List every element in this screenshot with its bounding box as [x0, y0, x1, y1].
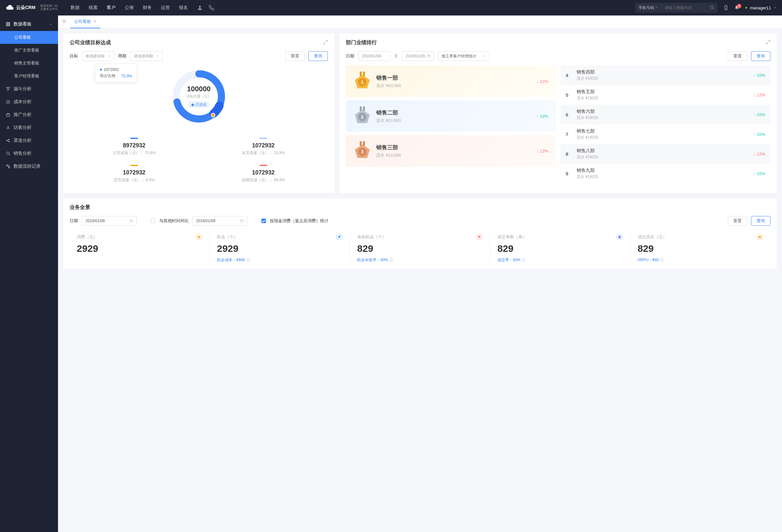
nav-item-6[interactable]: 报名 [179, 5, 188, 11]
query-button[interactable]: 查询 [309, 51, 328, 61]
sidebar-item-sales[interactable]: 销售分析 [0, 147, 58, 160]
search-input[interactable] [662, 5, 707, 10]
main-content: 公司看板 ✕ 公司业绩目标达成 目标 请选择目标 周期 请选择周期 [58, 15, 782, 532]
date-to-input[interactable]: 2018/01/08 [402, 51, 434, 61]
reset-button[interactable]: 重置 [285, 51, 305, 61]
sidebar-item-visitor[interactable]: 访客分析 [0, 121, 58, 134]
medal-3-icon: 3 [354, 142, 371, 159]
query-button[interactable]: 查询 [751, 51, 771, 61]
query-button[interactable]: 查询 [751, 216, 771, 226]
phone-icon[interactable] [209, 5, 214, 11]
search-type-select[interactable]: 手机号码 [635, 5, 662, 11]
target-card: 公司业绩目标达成 目标 请选择目标 周期 请选择周期 重置 查询 [63, 34, 334, 193]
sidebar-item-cost[interactable]: 成本分析 [0, 96, 58, 108]
sidebar-item-promo[interactable]: 推广分析 [0, 108, 58, 121]
card-title: 业务全景 [70, 204, 771, 211]
svg-point-11 [6, 140, 7, 141]
stat-1: 1072932未完成量（元）20.9% [199, 133, 328, 160]
calendar-icon [427, 54, 431, 58]
achieved-badge: 已达成 [188, 101, 210, 108]
chevron-down-icon [108, 55, 111, 58]
user-menu[interactable]: manager11 [745, 5, 776, 10]
nav-item-5[interactable]: 运营 [161, 5, 170, 11]
svg-text:1: 1 [361, 80, 364, 85]
chart-tooltip: 1072932 所占比例：70.9% [96, 64, 137, 82]
reset-button[interactable]: 重置 [728, 216, 747, 226]
sidebar-board-item-3[interactable]: 客户经理看板 [0, 70, 58, 82]
nav-item-1[interactable]: 线索 [88, 5, 98, 11]
dashboard-icon [6, 22, 10, 27]
svg-rect-7 [8, 25, 10, 26]
svg-rect-32 [363, 106, 365, 111]
date-input[interactable]: 2018/01/08 [82, 216, 137, 226]
help-icon[interactable]: ⓘ [246, 257, 250, 263]
target-select[interactable]: 请选择目标 [82, 51, 114, 61]
mobile-icon[interactable] [723, 5, 728, 10]
compare-checkbox[interactable] [151, 219, 155, 223]
nav-item-3[interactable]: 公海 [125, 5, 134, 11]
sidebar-board-item-0[interactable]: 公司看板 [0, 31, 58, 44]
collapse-sidebar-button[interactable] [62, 19, 66, 25]
chevron-down-icon [484, 55, 486, 58]
metric-icon [476, 234, 483, 241]
brand-name: 云朵CRM [16, 5, 35, 10]
help-icon[interactable]: ⓘ [389, 257, 393, 263]
svg-point-14 [6, 152, 9, 154]
svg-point-0 [199, 6, 201, 8]
svg-rect-37 [363, 141, 365, 146]
stat-3: 1072932超额完成（元）89.9% [199, 160, 328, 187]
donut-label: 目标总量（元） [186, 94, 211, 99]
reset-button[interactable]: 重置 [728, 51, 747, 61]
help-icon[interactable]: ⓘ [660, 257, 664, 263]
cost-icon [6, 100, 10, 104]
chevron-up-icon [49, 23, 52, 26]
rank-top-1: 1销售一部流水 ¥10,900↓ 12% [346, 66, 556, 97]
medal-2-icon: 2 [354, 107, 371, 125]
date-from-input[interactable]: 2018/01/08 [358, 51, 390, 61]
close-icon[interactable]: ✕ [94, 19, 96, 24]
user-icon[interactable] [197, 5, 203, 11]
rank-row-9: 9销售九部流水 ¥19020↑ 10% [561, 164, 771, 183]
cash-stat-checkbox[interactable] [261, 219, 266, 223]
sidebar-group-dashboard[interactable]: 数据看板 [0, 17, 58, 31]
nav-item-2[interactable]: 客户 [107, 5, 116, 11]
svg-rect-41 [130, 220, 133, 222]
calendar-icon [240, 219, 244, 223]
promo-icon [6, 112, 10, 117]
metric-icon [756, 234, 763, 241]
search-button[interactable] [707, 5, 717, 11]
overview-card: 业务全景 日期 2018/01/08 与其他时间对比 2018/01/08 按现… [63, 198, 777, 269]
channel-icon [6, 138, 10, 143]
sidebar-item-funnel[interactable]: 漏斗分析 [0, 82, 58, 96]
svg-rect-16 [8, 167, 10, 168]
rank-card: 部门业绩排行 日期 2018/01/08 至 2018/01/08 按工单客户经… [340, 34, 777, 193]
svg-rect-43 [241, 220, 243, 222]
metric-icon [335, 234, 343, 241]
svg-rect-26 [360, 72, 362, 76]
svg-point-1 [711, 6, 713, 8]
tab-company-board[interactable]: 公司看板 ✕ [70, 15, 100, 28]
status-dot [745, 7, 747, 9]
sidebar-item-flow[interactable]: 数据流转记录 [0, 160, 58, 173]
metric-4: 成交流水（元）829ARPU：¥80ⓘ [630, 234, 771, 263]
svg-rect-9 [6, 114, 10, 116]
sidebar-board-item-1[interactable]: 推广主管看板 [0, 44, 58, 57]
stat-by-select[interactable]: 按工单客户经理统计 [438, 51, 490, 61]
notification-badge: 5 [737, 4, 741, 8]
nav-item-0[interactable]: 数据 [71, 5, 80, 11]
svg-rect-45 [618, 236, 620, 238]
rank-row-6: 6销售六部流水 ¥19020↑ 10% [561, 105, 771, 125]
chevron-down-icon [156, 55, 159, 58]
rank-row-5: 5销售五部流水 ¥19020↓ 12% [561, 85, 771, 105]
nav-item-4[interactable]: 财务 [143, 5, 152, 11]
notification-icon[interactable]: 5 [734, 5, 740, 10]
expand-button[interactable] [323, 40, 328, 45]
sidebar-item-channel[interactable]: 渠道分析 [0, 134, 58, 147]
top-nav: 云朵CRM 教育机构一站 式服务云平台 数据线索客户公海财务运营报名 手机号码 … [0, 0, 782, 15]
expand-button[interactable] [766, 40, 771, 45]
period-select[interactable]: 请选择周期 [130, 51, 163, 61]
compare-date-input[interactable]: 2018/01/08 [192, 216, 247, 226]
help-icon[interactable]: ⓘ [522, 257, 526, 263]
svg-point-12 [9, 139, 9, 140]
sidebar-board-item-2[interactable]: 销售主管看板 [0, 57, 58, 70]
